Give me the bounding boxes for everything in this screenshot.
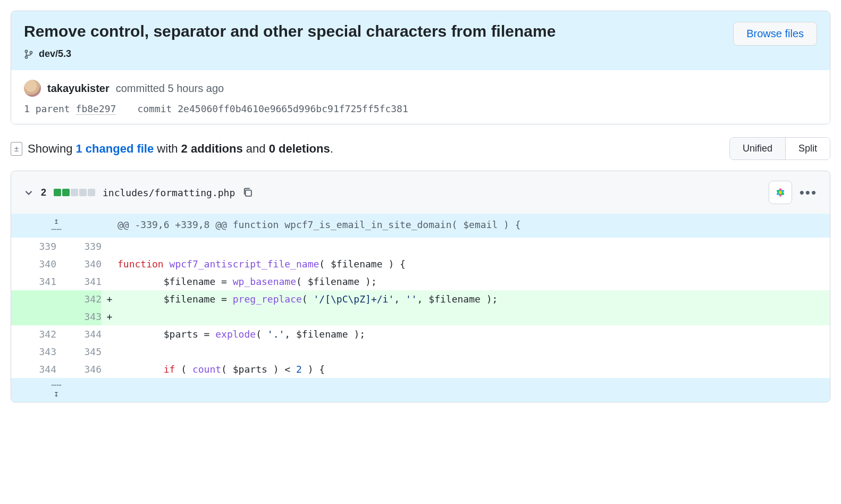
file-change-count: 2 [41, 187, 46, 198]
commit-title: Remove control, separator and other spec… [24, 22, 556, 41]
svg-point-0 [25, 50, 27, 52]
code-cell: $parts = explode( '.', $filename ); [117, 325, 830, 343]
commit-header: Remove control, separator and other spec… [11, 11, 830, 70]
diff-line: 342+ $filename = preg_replace( '/[\pC\pZ… [11, 290, 830, 308]
expand-down-icon[interactable]: ┄┄↧ [51, 381, 61, 398]
new-line-number[interactable]: 340 [56, 255, 102, 273]
avatar[interactable] [24, 80, 41, 97]
code-cell: $filename = preg_replace( '/[\pC\pZ]+/i'… [117, 290, 830, 308]
diff-line: 344346 if ( count( $parts ) < 2 ) { [11, 360, 830, 378]
new-line-number[interactable]: 343 [56, 308, 102, 325]
unified-view-button[interactable]: Unified [730, 138, 785, 159]
expand-up-icon[interactable]: ↥┄┄ [51, 217, 61, 234]
author-link[interactable]: takayukister [47, 82, 110, 95]
branch-icon [24, 49, 33, 59]
sparkle-icon [774, 186, 787, 199]
old-line-number[interactable]: 342 [11, 325, 56, 343]
commit-time: committed 5 hours ago [116, 82, 224, 95]
new-line-number[interactable]: 339 [56, 238, 102, 255]
diff-marker [102, 325, 117, 343]
diff-table: ↥┄┄ @@ -339,6 +339,8 @@ function wpcf7_i… [11, 214, 830, 402]
new-line-number[interactable]: 346 [56, 360, 102, 378]
branch-row: dev/5.3 [24, 48, 556, 60]
hunk-footer: ┄┄↧ [11, 378, 830, 402]
diff-marker [102, 360, 117, 378]
new-line-number[interactable]: 345 [56, 343, 102, 360]
browse-files-button[interactable]: Browse files [733, 22, 817, 46]
commit-title-block: Remove control, separator and other spec… [24, 22, 556, 60]
code-cell: function wpcf7_antiscript_file_name( $fi… [117, 255, 830, 273]
commit-sha: commit 2e45060ff0b4610e9665d996bc91f725f… [137, 103, 408, 114]
svg-point-2 [30, 51, 32, 53]
diffstat-text: ± Showing 1 changed file with 2 addition… [11, 142, 333, 156]
diffstat-bar: ± Showing 1 changed file with 2 addition… [11, 137, 830, 160]
changed-files-link[interactable]: 1 changed file [76, 142, 154, 155]
commit-box: Remove control, separator and other spec… [11, 11, 830, 124]
parent-sha-link[interactable]: fb8e297 [76, 103, 116, 115]
old-line-number[interactable]: 340 [11, 255, 56, 273]
diff-view-toggle: Unified Split [729, 137, 830, 160]
diff-marker [102, 273, 117, 290]
copy-icon[interactable] [242, 187, 253, 198]
code-cell: if ( count( $parts ) < 2 ) { [117, 360, 830, 378]
extension-button[interactable] [769, 181, 792, 204]
file-path[interactable]: includes/formatting.php [103, 187, 235, 198]
old-line-number[interactable] [11, 308, 56, 325]
old-line-number[interactable]: 344 [11, 360, 56, 378]
new-line-number[interactable]: 342 [56, 290, 102, 308]
old-line-number[interactable]: 341 [11, 273, 56, 290]
chevron-down-icon[interactable] [24, 188, 33, 197]
file-diff: 2 includes/formatting.php ••• [11, 171, 830, 402]
commit-meta: takayukister committed 5 hours ago 1 par… [11, 70, 830, 124]
svg-point-1 [25, 56, 27, 58]
file-header: 2 includes/formatting.php ••• [11, 171, 830, 214]
diff-line: 342344 $parts = explode( '.', $filename … [11, 325, 830, 343]
diff-line: 343+ [11, 308, 830, 325]
deletions-count: 0 deletions [269, 142, 330, 155]
svg-point-7 [779, 191, 782, 194]
sha-row: 1 parent fb8e297 commit 2e45060ff0b4610e… [24, 103, 817, 114]
branch-name[interactable]: dev/5.3 [39, 48, 71, 60]
diff-icon: ± [11, 142, 22, 156]
new-line-number[interactable]: 344 [56, 325, 102, 343]
code-cell [117, 238, 830, 255]
old-line-number[interactable]: 343 [11, 343, 56, 360]
old-line-number[interactable]: 339 [11, 238, 56, 255]
diff-line: 339339 [11, 238, 830, 255]
old-line-number[interactable] [11, 290, 56, 308]
new-line-number[interactable]: 341 [56, 273, 102, 290]
diff-marker [102, 238, 117, 255]
diff-line: 341341 $filename = wp_basename( $filenam… [11, 273, 830, 290]
diff-line: 340340function wpcf7_antiscript_file_nam… [11, 255, 830, 273]
diff-stat-blocks [54, 189, 95, 196]
diff-line: 343345 [11, 343, 830, 360]
svg-rect-3 [246, 190, 251, 196]
hunk-header: ↥┄┄ @@ -339,6 +339,8 @@ function wpcf7_i… [11, 214, 830, 238]
diff-marker: + [102, 290, 117, 308]
diff-marker: + [102, 308, 117, 325]
diff-marker [102, 255, 117, 273]
parent-sha: 1 parent fb8e297 [24, 103, 116, 114]
code-cell [117, 343, 830, 360]
kebab-menu-icon[interactable]: ••• [800, 186, 817, 199]
split-view-button[interactable]: Split [785, 138, 830, 159]
code-cell: $filename = wp_basename( $filename ); [117, 273, 830, 290]
diff-marker [102, 343, 117, 360]
code-cell [117, 308, 830, 325]
additions-count: 2 additions [181, 142, 243, 155]
author-row: takayukister committed 5 hours ago [24, 80, 817, 97]
